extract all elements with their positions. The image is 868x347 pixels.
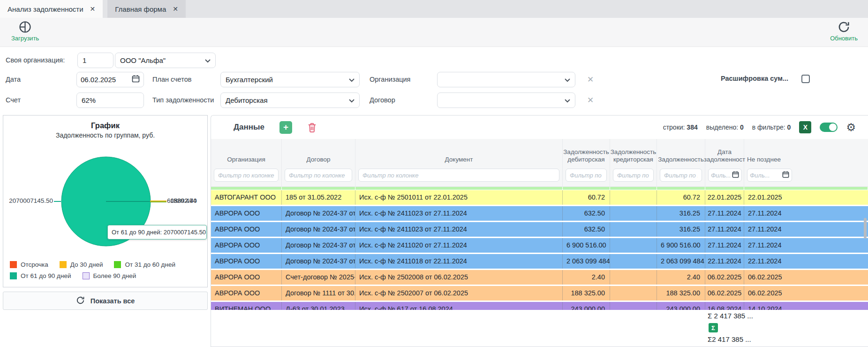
show-all-button[interactable]: Показать все: [3, 292, 208, 310]
cell-credit[interactable]: [610, 238, 657, 253]
gear-icon[interactable]: ⚙: [846, 122, 856, 133]
cell-debt-date[interactable]: 27.11.2024: [705, 206, 744, 221]
cell-debt-date[interactable]: 27.11.2024: [705, 238, 744, 253]
cell-contract[interactable]: Счет-договор № 2025-1 ...: [282, 270, 355, 285]
table-row[interactable]: АВТОГАРАНТ ООО 185 от 31.05.2022 Исх. с-…: [211, 190, 868, 205]
chart-of-accounts-select[interactable]: Бухгалтерский: [220, 72, 360, 87]
column-filter-input[interactable]: [566, 169, 607, 182]
cell-organization[interactable]: АВРОРА ООО: [211, 206, 282, 221]
cell-credit[interactable]: [610, 302, 657, 310]
table-row[interactable]: АВРОРА ООО Договор № 2024-37 от 2... Исх…: [211, 238, 868, 253]
cell-debt[interactable]: 60.72: [657, 190, 705, 205]
cell-due-date[interactable]: 27.11.2024: [744, 206, 868, 221]
table-row[interactable]: ВИТНЕМАН ООО Д-63 от 30.01.2023 Исх. с-ф…: [211, 302, 868, 310]
column-filter-input[interactable]: [358, 169, 559, 182]
cell-debt[interactable]: 2.40: [657, 270, 705, 285]
cell-document[interactable]: Исх. с-ф № 2411018 от 22.11.2024: [355, 254, 563, 269]
cell-due-date[interactable]: 06.02.2025: [744, 286, 868, 301]
cell-debt[interactable]: 316.25: [657, 206, 705, 221]
tab-debt-analysis[interactable]: Анализ задолженности ✕: [0, 0, 103, 18]
cell-document[interactable]: Исх. с-ф № 2411020 от 27.11.2024: [355, 238, 563, 253]
cell-credit[interactable]: [610, 222, 657, 237]
clear-contract-icon[interactable]: ✕: [587, 93, 594, 108]
cell-due-date[interactable]: 22.11.2024: [744, 254, 868, 269]
refresh-button[interactable]: Обновить: [830, 21, 858, 42]
column-filter-input[interactable]: [711, 172, 731, 179]
cell-organization[interactable]: АВРОРА ООО: [211, 222, 282, 237]
cell-document[interactable]: Исх. с-ф № 2502007 от 06.02.2025: [355, 286, 563, 301]
cell-organization[interactable]: АВРОРА ООО: [211, 254, 282, 269]
cell-contract[interactable]: Д-63 от 30.01.2023: [282, 302, 355, 310]
cell-contract[interactable]: Договор № 2024-37 от 2...: [282, 222, 355, 237]
column-filter-input[interactable]: [214, 169, 279, 182]
cell-due-date[interactable]: 14.10.2024: [744, 302, 868, 310]
cell-debt[interactable]: 243 000.00: [657, 302, 705, 310]
cell-credit[interactable]: [610, 270, 657, 285]
cell-credit[interactable]: [610, 286, 657, 301]
cell-due-date[interactable]: 22.01.2025: [744, 190, 868, 205]
date-field[interactable]: [76, 72, 144, 87]
cell-organization[interactable]: АВРОРА ООО: [211, 286, 282, 301]
clear-organization-icon[interactable]: ✕: [587, 72, 594, 87]
column-filter-input[interactable]: [613, 169, 654, 182]
column-header[interactable]: Задолженность дебиторская: [563, 139, 610, 166]
cell-contract[interactable]: Договор № 2024-37 от 2...: [282, 206, 355, 221]
close-icon[interactable]: ✕: [90, 5, 96, 13]
cell-document[interactable]: Исх. с-ф № 617 от 16.08.2024: [355, 302, 563, 310]
cell-organization[interactable]: АВРОРА ООО: [211, 270, 282, 285]
column-filter-input[interactable]: [660, 169, 702, 182]
cell-credit[interactable]: [610, 254, 657, 269]
load-button[interactable]: Загрузить: [11, 21, 39, 42]
column-header[interactable]: Дата задолженност: [705, 139, 744, 166]
column-filter-input[interactable]: [750, 172, 781, 179]
cell-debt[interactable]: 2 063 099 484...: [657, 254, 705, 269]
cell-debt-date[interactable]: 22.11.2024: [705, 254, 744, 269]
date-filter-field[interactable]: [708, 169, 742, 182]
cell-debt-date[interactable]: 27.11.2024: [705, 222, 744, 237]
cell-due-date[interactable]: 06.02.2025: [744, 270, 868, 285]
cell-debt[interactable]: 316.25: [657, 222, 705, 237]
sigma-icon[interactable]: Σ: [709, 323, 718, 332]
add-row-button[interactable]: +: [279, 121, 292, 134]
cell-debt-date[interactable]: 06.02.2025: [705, 270, 744, 285]
vertical-scrollbar[interactable]: [864, 218, 867, 239]
cell-debt[interactable]: 188 325.00: [657, 286, 705, 301]
cell-due-date[interactable]: 27.11.2024: [744, 238, 868, 253]
cell-document[interactable]: Исх. с-ф № 2502008 от 06.02.2025: [355, 270, 563, 285]
calendar-icon[interactable]: [782, 171, 789, 180]
cell-debit[interactable]: 188 325.00: [563, 286, 610, 301]
organization-select[interactable]: [437, 72, 575, 87]
column-filter-input[interactable]: [285, 169, 352, 182]
date-input[interactable]: [81, 76, 129, 84]
table-row[interactable]: АВРОРА ООО Договор № 2024-37 от 2... Исх…: [211, 222, 868, 237]
column-header[interactable]: Организация: [211, 139, 282, 166]
cell-document[interactable]: Исх. с-ф № 2501011 от 22.01.2025: [355, 190, 563, 205]
cell-due-date[interactable]: 27.11.2024: [744, 222, 868, 237]
cell-organization[interactable]: ВИТНЕМАН ООО: [211, 302, 282, 310]
calendar-icon[interactable]: [132, 75, 140, 85]
close-icon[interactable]: ✕: [173, 5, 178, 13]
cell-organization[interactable]: АВРОРА ООО: [211, 238, 282, 253]
column-header[interactable]: Задолженность кредиторская: [610, 139, 657, 166]
tab-main-form[interactable]: Главная форма ✕: [107, 0, 186, 18]
date-filter-field[interactable]: [747, 169, 792, 182]
own-org-code-input[interactable]: [77, 53, 113, 68]
own-org-select[interactable]: ООО "Альфа": [115, 53, 216, 68]
cell-debt-date[interactable]: 06.02.2025: [705, 286, 744, 301]
cell-credit[interactable]: [610, 190, 657, 205]
cell-debit[interactable]: 6 900 516.00: [563, 238, 610, 253]
calendar-icon[interactable]: [732, 171, 739, 180]
cell-debit[interactable]: 243 000.00: [563, 302, 610, 310]
cell-contract[interactable]: Договор № 2024-37 от 2...: [282, 238, 355, 253]
excel-export-button[interactable]: X: [799, 121, 811, 133]
table-row[interactable]: АВРОРА ООО Счет-договор № 2025-1 ... Исх…: [211, 270, 868, 285]
cell-debt-date[interactable]: 16.08.2024: [705, 302, 744, 310]
cell-contract[interactable]: Договор № 2024-37 от 2...: [282, 254, 355, 269]
cell-debit[interactable]: 60.72: [563, 190, 610, 205]
cell-document[interactable]: Исх. с-ф № 2411023 от 27.11.2024: [355, 222, 563, 237]
cell-organization[interactable]: АВТОГАРАНТ ООО: [211, 190, 282, 205]
cell-debt[interactable]: 6 900 516.00: [657, 238, 705, 253]
table-row[interactable]: АВРОРА ООО Договор № 2024-37 от 2... Исх…: [211, 206, 868, 221]
table-row[interactable]: АВРОРА ООО Договор № 2024-37 от 2... Исх…: [211, 254, 868, 269]
column-header[interactable]: Документ: [355, 139, 563, 166]
